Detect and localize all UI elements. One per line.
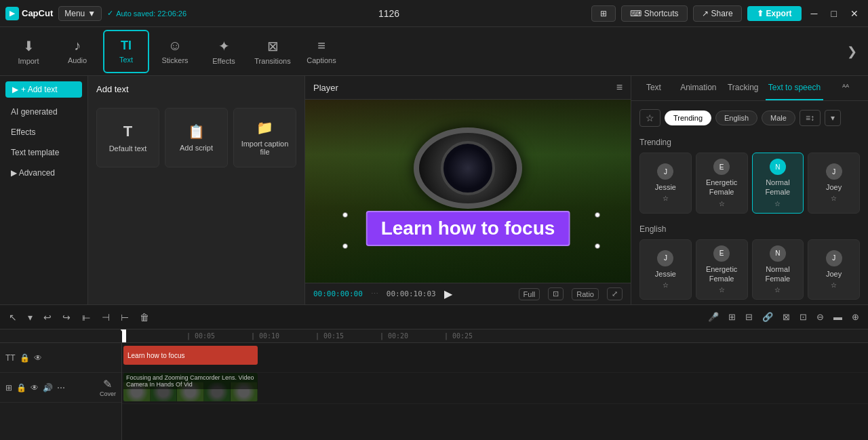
trim-left-tool[interactable]: ⊣ (98, 310, 113, 325)
voice-normal-female-english[interactable]: N Normal Female ☆ (752, 239, 804, 300)
voice-joey-trending[interactable]: J Joey ☆ (808, 153, 860, 214)
selection-handle-br[interactable] (595, 243, 600, 249)
ruler-marks: | 00:05 | 00:10 | 00:15 | 00:20 | 00:25 (122, 332, 868, 340)
toolbar-item-transitions[interactable]: ⊠ Transitions (250, 30, 296, 73)
tab-text-to-speech[interactable]: Text to speech (766, 76, 823, 100)
sort-button[interactable]: ≡↕ (800, 110, 821, 126)
nf-t-star[interactable]: ☆ (774, 200, 781, 207)
selection-handle-tr[interactable] (595, 212, 600, 218)
voice-icon-joey-e: J (826, 250, 842, 266)
add-script-card[interactable]: 📋 Add script (165, 108, 228, 167)
share-button[interactable]: ↗ Share (693, 5, 742, 22)
top-bar: ▶ CapCut Menu ▼ ✓ Auto saved: 22:06:26 1… (0, 0, 868, 27)
tab-tracking[interactable]: Tracking (721, 76, 766, 100)
filter-english[interactable]: English (715, 111, 757, 125)
voice-icon-joey-t: J (826, 163, 842, 180)
import-caption-card[interactable]: 📁 Import caption file (233, 108, 296, 167)
group-btn[interactable]: ⊟ (742, 310, 756, 324)
text-clip[interactable]: Learn how to focus (123, 346, 258, 365)
text-track-vis-icon[interactable]: 👁 (34, 353, 42, 363)
minimize-button[interactable]: ─ (807, 7, 822, 20)
ratio-btn[interactable]: Ratio (572, 288, 599, 300)
selection-handle-tl[interactable] (342, 212, 348, 218)
content-panel: Add text T Default text 📋 Add script 📁 I… (88, 76, 305, 304)
voice-energetic-female-trending[interactable]: E Energetic Female ☆ (696, 153, 748, 214)
player-menu-button[interactable]: ≡ (616, 81, 623, 94)
select-dropdown[interactable]: ▾ (24, 310, 36, 325)
toolbar-item-audio[interactable]: ♪ Audio (54, 30, 100, 73)
video-track-audio-icon[interactable]: 🔊 (43, 383, 53, 393)
cover-button[interactable]: ✎ Cover (100, 378, 116, 397)
crop-button[interactable]: ⊡ (548, 287, 564, 300)
selection-handle-bl[interactable] (342, 243, 348, 249)
video-clip[interactable]: Focusing and Zooming Camcorder Lens. Vid… (123, 373, 258, 401)
tab-more[interactable]: ᴬᴬ (823, 76, 868, 100)
toolbar-item-import[interactable]: ⬇ Import (5, 30, 52, 73)
text-template-label: Text template (11, 148, 59, 157)
effects-menu-button[interactable]: Effects (5, 123, 82, 141)
ef-t-star[interactable]: ☆ (719, 200, 725, 207)
joey-e-star[interactable]: ☆ (831, 281, 837, 289)
shortcuts-label: Shortcuts (644, 9, 679, 18)
video-track-more-icon[interactable]: ⋯ (57, 383, 65, 393)
text-track-lock-icon[interactable]: 🔒 (20, 353, 30, 363)
nf-e-star[interactable]: ☆ (774, 286, 781, 294)
layout-button[interactable]: ⊞ (591, 5, 616, 22)
tab-text[interactable]: Text (631, 76, 676, 100)
voice-jessie-trending[interactable]: J Jessie ☆ (639, 153, 692, 214)
zoom-slider[interactable]: ▬ (830, 310, 846, 324)
voice-energetic-female-english[interactable]: E Energetic Female ☆ (696, 239, 748, 300)
joey-t-star[interactable]: ☆ (831, 195, 837, 202)
zoom-in-btn[interactable]: ⊕ (848, 310, 863, 324)
ai-generated-button[interactable]: AI generated (5, 103, 82, 121)
timeline-right-controls: 🎤 ⊞ ⊟ 🔗 ⊠ ⊡ ⊖ ▬ ⊕ (705, 310, 863, 324)
maximize-button[interactable]: □ (827, 7, 841, 20)
jessie-t-star[interactable]: ☆ (663, 195, 669, 202)
add-text-button[interactable]: ▶ + Add text (5, 81, 82, 98)
share-icon: ↗ (702, 9, 709, 18)
jessie-e-star[interactable]: ☆ (663, 281, 669, 289)
voice-normal-female-trending[interactable]: N Normal Female ☆ (752, 153, 804, 214)
menu-button[interactable]: Menu ▼ (58, 6, 102, 21)
split-clip-btn[interactable]: ⊞ (725, 310, 739, 324)
add-image-btn[interactable]: ⊡ (796, 310, 810, 324)
align-btn[interactable]: ⊠ (779, 310, 793, 324)
toolbar-item-text[interactable]: TI Text (103, 30, 149, 73)
select-tool[interactable]: ↖ (5, 310, 20, 325)
fullscreen-button[interactable]: ⤢ (607, 287, 623, 300)
trim-right-tool[interactable]: ⊢ (117, 310, 132, 325)
zoom-out-btn[interactable]: ⊖ (813, 310, 827, 324)
toolbar-item-effects[interactable]: ✦ Effects (201, 30, 247, 73)
favorites-button[interactable]: ☆ (639, 109, 660, 127)
export-button[interactable]: ⬆ Export (747, 6, 802, 21)
close-button[interactable]: ✕ (846, 7, 863, 20)
link-btn[interactable]: 🔗 (759, 310, 776, 324)
video-track-lock-icon[interactable]: 🔒 (16, 383, 26, 393)
voice-icon-nf-e: N (770, 245, 786, 262)
play-button[interactable]: ▶ (444, 287, 452, 300)
split-tool[interactable]: ⫦ (78, 310, 94, 325)
default-text-card[interactable]: T Default text (96, 108, 159, 167)
ef-e-star[interactable]: ☆ (719, 286, 725, 294)
filter-trending[interactable]: Trending (665, 111, 711, 125)
toolbar-item-stickers[interactable]: ☺ Stickers (152, 30, 198, 73)
filter-male[interactable]: Male (762, 111, 795, 125)
right-panel: Text Animation Tracking Text to speech ᴬ… (631, 76, 868, 304)
tab-animation[interactable]: Animation (676, 76, 721, 100)
delete-tool[interactable]: 🗑 (136, 310, 153, 325)
voice-joey-english[interactable]: J Joey ☆ (808, 239, 860, 300)
mic-button[interactable]: 🎤 (705, 310, 722, 324)
shortcuts-button[interactable]: ⌨ Shortcuts (621, 5, 688, 22)
full-btn[interactable]: Full (519, 288, 540, 300)
text-template-button[interactable]: Text template (5, 144, 82, 161)
more-filters-button[interactable]: ▾ (825, 110, 841, 126)
captions-label: Captions (307, 56, 336, 64)
video-track-vis-icon[interactable]: 👁 (31, 383, 39, 393)
undo-button[interactable]: ↩ (40, 310, 55, 325)
toolbar-more-button[interactable]: ❯ (842, 41, 863, 62)
advanced-section-button[interactable]: ▶ Advanced (5, 164, 82, 182)
toolbar-item-captions[interactable]: ≡ Captions (298, 30, 344, 73)
voice-jessie-english[interactable]: J Jessie ☆ (639, 239, 692, 300)
redo-button[interactable]: ↪ (59, 310, 74, 325)
captions-icon: ≡ (317, 38, 326, 54)
